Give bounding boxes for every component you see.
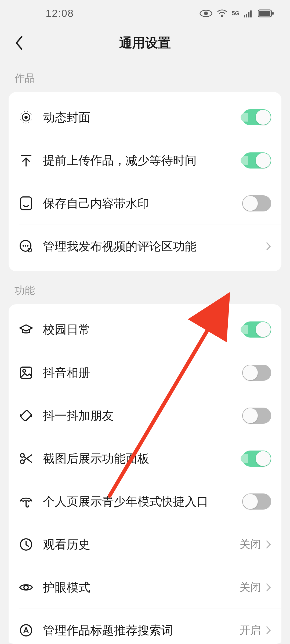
chevron-right-icon bbox=[266, 242, 271, 251]
row-title-reco[interactable]: 管理作品标题推荐搜索词 开启 bbox=[19, 609, 281, 644]
svg-point-24 bbox=[24, 585, 28, 590]
svg-point-19 bbox=[23, 369, 26, 372]
row-label: 管理我发布视频的评论区功能 bbox=[43, 239, 266, 254]
toggle-album[interactable] bbox=[242, 365, 271, 381]
row-watch-history[interactable]: 观看历史 关闭 bbox=[19, 523, 281, 566]
svg-rect-3 bbox=[246, 14, 247, 17]
row-label: 校园日常 bbox=[43, 322, 242, 337]
eye-status-icon bbox=[200, 9, 212, 17]
row-pre-upload[interactable]: 提前上传作品，减少等待时间 bbox=[19, 139, 281, 182]
row-value: 开启 bbox=[240, 623, 261, 638]
row-campus[interactable]: 校园日常 bbox=[19, 308, 281, 351]
svg-rect-7 bbox=[259, 11, 270, 16]
row-label: 提前上传作品，减少等待时间 bbox=[43, 153, 242, 168]
toggle-dynamic-cover[interactable] bbox=[242, 109, 271, 125]
back-button[interactable] bbox=[8, 32, 30, 54]
comment-icon bbox=[19, 239, 33, 254]
watermark-icon bbox=[19, 196, 33, 211]
toggle-teen-entry[interactable] bbox=[242, 493, 271, 510]
svg-rect-8 bbox=[272, 12, 274, 15]
row-label: 动态封面 bbox=[43, 109, 242, 125]
row-dynamic-cover[interactable]: 动态封面 bbox=[19, 96, 281, 139]
upload-icon bbox=[19, 153, 33, 168]
row-watermark[interactable]: 保存自己内容带水印 bbox=[19, 182, 281, 225]
status-bar: 12:08 5G bbox=[0, 0, 290, 27]
row-label: 个人页展示青少年模式快捷入口 bbox=[43, 494, 242, 509]
chevron-right-icon bbox=[266, 583, 271, 592]
graduation-icon bbox=[19, 322, 33, 337]
chevron-right-icon bbox=[266, 540, 271, 549]
network-label: 5G bbox=[232, 10, 240, 17]
works-card: 动态封面 提前上传作品，减少等待时间 保存自己内容带水印 管理我发布视频的评论区… bbox=[9, 92, 281, 271]
svg-rect-5 bbox=[250, 10, 252, 17]
scissors-icon bbox=[19, 451, 33, 466]
row-eye-care[interactable]: 护眼模式 关闭 bbox=[19, 566, 281, 609]
row-shake[interactable]: 抖一抖加朋友 bbox=[19, 394, 281, 437]
row-value: 关闭 bbox=[240, 580, 261, 595]
svg-point-11 bbox=[24, 116, 28, 119]
row-album[interactable]: 抖音相册 bbox=[19, 351, 281, 394]
signal-icon bbox=[244, 9, 253, 17]
row-label: 观看历史 bbox=[43, 537, 240, 552]
page-title: 通用设置 bbox=[119, 34, 171, 52]
image-icon bbox=[19, 365, 33, 380]
chevron-right-icon bbox=[266, 626, 271, 635]
page-header: 通用设置 bbox=[0, 27, 290, 59]
status-time: 12:08 bbox=[46, 8, 74, 19]
svg-rect-12 bbox=[21, 197, 31, 210]
row-screenshot[interactable]: 截图后展示功能面板 bbox=[19, 437, 281, 480]
row-label: 管理作品标题推荐搜索词 bbox=[43, 623, 240, 638]
battery-icon bbox=[258, 9, 274, 17]
section-title-works: 作品 bbox=[15, 71, 281, 85]
row-value: 关闭 bbox=[240, 537, 261, 552]
svg-point-16 bbox=[27, 245, 28, 247]
svg-rect-4 bbox=[248, 12, 249, 17]
row-label: 护眼模式 bbox=[43, 580, 240, 595]
features-card: 校园日常 抖音相册 抖一抖加朋友 截图后展示功能面板 bbox=[9, 304, 281, 644]
row-teen-entry[interactable]: 个人页展示青少年模式快捷入口 bbox=[19, 480, 281, 523]
row-label: 截图后展示功能面板 bbox=[43, 451, 242, 466]
section-title-features: 功能 bbox=[15, 284, 281, 297]
umbrella-icon bbox=[19, 494, 33, 509]
toggle-screenshot[interactable] bbox=[242, 451, 271, 467]
clock-icon bbox=[19, 537, 33, 552]
row-label: 保存自己内容带水印 bbox=[43, 196, 242, 211]
target-icon bbox=[19, 110, 33, 125]
svg-rect-20 bbox=[20, 410, 32, 421]
eye-icon bbox=[19, 580, 33, 595]
svg-point-14 bbox=[23, 245, 24, 247]
letter-a-icon bbox=[19, 623, 33, 638]
row-label: 抖音相册 bbox=[43, 365, 242, 380]
shake-icon bbox=[19, 408, 33, 423]
toggle-pre-upload[interactable] bbox=[242, 152, 271, 169]
svg-point-1 bbox=[204, 12, 208, 15]
row-comments-mgmt[interactable]: 管理我发布视频的评论区功能 bbox=[19, 225, 281, 268]
wifi-icon bbox=[217, 9, 227, 18]
svg-rect-2 bbox=[244, 15, 245, 17]
row-label: 抖一抖加朋友 bbox=[43, 408, 242, 423]
toggle-shake[interactable] bbox=[242, 408, 271, 424]
toggle-campus[interactable] bbox=[242, 321, 271, 338]
svg-point-15 bbox=[25, 245, 26, 247]
svg-point-25 bbox=[20, 625, 32, 636]
toggle-watermark[interactable] bbox=[242, 195, 271, 211]
